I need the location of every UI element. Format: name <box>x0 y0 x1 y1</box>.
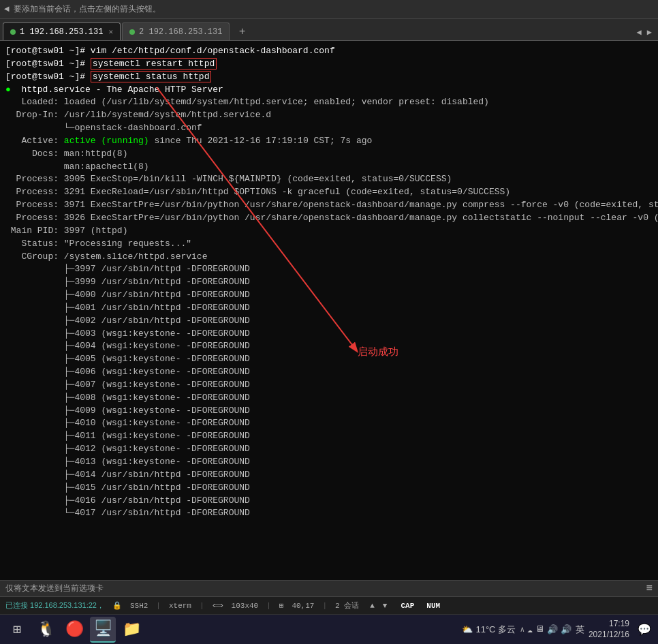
speaker-icon: 🔊 <box>547 624 558 635</box>
terminal-line-32: ├─4012 (wsgi:keystone- -DFOREGROUND <box>5 443 653 456</box>
sep3: | <box>266 602 271 610</box>
tray-expand[interactable]: ∧ <box>520 625 524 634</box>
terminal-line-25: ├─4005 (wsgi:keystone- -DFOREGROUND <box>5 353 653 366</box>
terminal-line-28: ├─4008 (wsgi:keystone- -DFOREGROUND <box>5 392 653 405</box>
terminal-line-17: CGroup: /system.slice/httpd.service <box>5 251 653 264</box>
terminal-line-16: Status: "Processing requests..." <box>5 238 653 251</box>
terminal-line-5: Loaded: loaded (/usr/lib/systemd/system/… <box>5 96 653 109</box>
tab-2-label: 2 192.168.253.131 <box>139 27 222 37</box>
tab-nav-next[interactable]: ▶ <box>645 27 654 37</box>
lang-indicator[interactable]: 英 <box>576 624 584 636</box>
windows-icon: ⊞ <box>13 621 21 638</box>
clock-time: 17:19 <box>589 619 629 630</box>
size-icon: ⟺ <box>213 601 223 610</box>
taskbar-tray: ⛅ 11°C 多云 ∧ ☁ 🖥 🔊 🔊 英 17:19 2021/12/16 💬 <box>462 619 655 641</box>
cloud-icon: ☁ <box>527 624 533 635</box>
tab-bar: 1 192.168.253.131 ✕ 2 192.168.253.131 + … <box>0 19 658 41</box>
taskbar-app-terminal[interactable]: 🖥️ <box>90 617 116 643</box>
terminal-line-35: ├─4015 /usr/sbin/httpd -DFOREGROUND <box>5 482 653 495</box>
weather-icon: ⛅ <box>462 624 473 634</box>
terminal-line-12: Process: 3291 ExecReload=/usr/sbin/httpd… <box>5 186 653 199</box>
clock-date: 2021/12/16 <box>589 630 629 641</box>
terminal-line-37: └─4017 /usr/sbin/httpd -DFOREGROUND <box>5 507 653 520</box>
info-bar: 已连接 192.168.253.131:22， 🔒 SSH2 | xterm |… <box>0 596 658 614</box>
tab-2[interactable]: 2 192.168.253.131 <box>122 22 230 40</box>
taskbar-app-files[interactable]: 📁 <box>119 617 144 643</box>
terminal-line-30: ├─4010 (wsgi:keystone- -DFOREGROUND <box>5 417 653 430</box>
scroll-down[interactable]: ▼ <box>383 602 388 610</box>
taskbar-app-red[interactable]: 🔴 <box>61 617 87 643</box>
arrow-icon[interactable]: ◄ <box>4 4 10 14</box>
clock: 17:19 2021/12/16 <box>589 619 629 640</box>
terminal-line-10: man:apachectl(8) <box>5 161 653 174</box>
terminal-line-26: ├─4006 (wsgi:keystone- -DFOREGROUND <box>5 366 653 379</box>
lock-icon: 🔒 <box>112 601 122 610</box>
term-info: xterm <box>169 602 191 610</box>
terminal-line-7: └─openstack-dashboard.conf <box>5 122 653 135</box>
terminal-line-8: Active: active (running) since Thu 2021-… <box>5 135 653 148</box>
notification-button[interactable]: 💬 <box>633 619 655 641</box>
system-tray: ∧ ☁ 🖥 🔊 🔊 <box>520 624 571 635</box>
notify-icon: 💬 <box>638 623 651 637</box>
tab-1-close[interactable]: ✕ <box>108 27 113 36</box>
weather-temp: 11°C <box>475 624 495 634</box>
size-info: 103x40 <box>232 602 259 610</box>
terminal-line-1: [root@tsw01 ~]# vim /etc/httpd/conf.d/op… <box>5 45 653 58</box>
menu-icon[interactable]: ≡ <box>646 583 653 595</box>
cap-label: CAP <box>401 602 414 610</box>
terminal-line-27: ├─4007 (wsgi:keystone- -DFOREGROUND <box>5 379 653 392</box>
terminal-line-15: Main PID: 3997 (httpd) <box>5 225 653 238</box>
monitor-icon: 🖥 <box>535 624 544 634</box>
terminal-line-3: [root@tsw01 ~]# systemctl status httpd <box>5 71 653 84</box>
start-button[interactable]: ⊞ <box>4 617 30 643</box>
terminal-line-4: ● httpd.service - The Apache HTTP Server <box>5 84 653 97</box>
volume-icon[interactable]: 🔊 <box>561 624 571 635</box>
tab-2-dot <box>129 29 135 35</box>
tab-1-label: 1 192.168.253.131 <box>20 27 103 37</box>
terminal-line-24: ├─4004 (wsgi:keystone- -DFOREGROUND <box>5 340 653 353</box>
toolbar-hint: 要添加当前会话，点击左侧的箭头按钮。 <box>14 3 161 15</box>
status-bar: 仅将文本发送到当前选项卡 ≡ <box>0 580 658 596</box>
taskbar: ⊞ 🐧 🔴 🖥️ 📁 ⛅ 11°C 多云 ∧ ☁ 🖥 🔊 🔊 英 17:19 2… <box>0 614 658 644</box>
terminal-line-2: [root@tsw01 ~]# systemctl restart httpd <box>5 58 653 71</box>
files-icon: 📁 <box>123 620 141 639</box>
terminal-icon: 🖥️ <box>94 619 112 638</box>
terminal-line-19: ├─3999 /usr/sbin/httpd -DFOREGROUND <box>5 276 653 289</box>
terminal[interactable]: [root@tsw01 ~]# vim /etc/httpd/conf.d/op… <box>0 41 658 580</box>
terminal-line-29: ├─4009 (wsgi:keystone- -DFOREGROUND <box>5 405 653 418</box>
tab-1[interactable]: 1 192.168.253.131 ✕ <box>3 22 121 40</box>
penguin-icon: 🐧 <box>37 620 55 639</box>
taskbar-app-penguin[interactable]: 🐧 <box>33 617 59 643</box>
tab-add-button[interactable]: + <box>234 24 250 40</box>
terminal-line-34: ├─4014 /usr/sbin/httpd -DFOREGROUND <box>5 469 653 482</box>
weather-condition: 多云 <box>498 624 516 636</box>
terminal-line-23: ├─4003 (wsgi:keystone- -DFOREGROUND <box>5 328 653 341</box>
terminal-line-33: ├─4013 (wsgi:keystone- -DFOREGROUND <box>5 456 653 469</box>
terminal-line-13: Process: 3971 ExecStartPre=/usr/bin/pyth… <box>5 199 653 212</box>
red-app-icon: 🔴 <box>65 620 84 639</box>
sep2: | <box>200 602 204 610</box>
sessions-info: 2 会话 <box>335 600 359 611</box>
scroll-up[interactable]: ▲ <box>370 602 375 610</box>
terminal-line-14: Process: 3926 ExecStartPre=/usr/bin/pyth… <box>5 212 653 225</box>
connection-info: 已连接 192.168.253.131:22， <box>5 600 104 611</box>
tab-nav-buttons: ◀ ▶ <box>635 27 654 37</box>
terminal-line-31: ├─4011 (wsgi:keystone- -DFOREGROUND <box>5 430 653 443</box>
terminal-line-6: Drop-In: /usr/lib/systemd/system/httpd.s… <box>5 109 653 122</box>
terminal-line-21: ├─4001 /usr/sbin/httpd -DFOREGROUND <box>5 302 653 315</box>
terminal-line-9: Docs: man:httpd(8) <box>5 148 653 161</box>
cursor-icon: ⊞ <box>279 601 284 610</box>
status-hint: 仅将文本发送到当前选项卡 <box>5 583 104 594</box>
sep1: | <box>156 602 161 610</box>
tab-nav-prev[interactable]: ◀ <box>635 27 644 37</box>
terminal-line-22: ├─4002 /usr/sbin/httpd -DFOREGROUND <box>5 315 653 328</box>
num-label: NUM <box>426 602 440 610</box>
terminal-line-18: ├─3997 /usr/sbin/httpd -DFOREGROUND <box>5 263 653 276</box>
tab-1-dot <box>10 29 16 35</box>
annotation-success: 启动成功 <box>358 344 398 359</box>
protocol-info: SSH2 <box>130 602 148 610</box>
top-toolbar: ◄ 要添加当前会话，点击左侧的箭头按钮。 <box>0 0 658 19</box>
terminal-line-36: ├─4016 /usr/sbin/httpd -DFOREGROUND <box>5 495 653 508</box>
cursor-info: 40,17 <box>292 602 314 610</box>
weather-info: ⛅ 11°C 多云 <box>462 624 516 636</box>
